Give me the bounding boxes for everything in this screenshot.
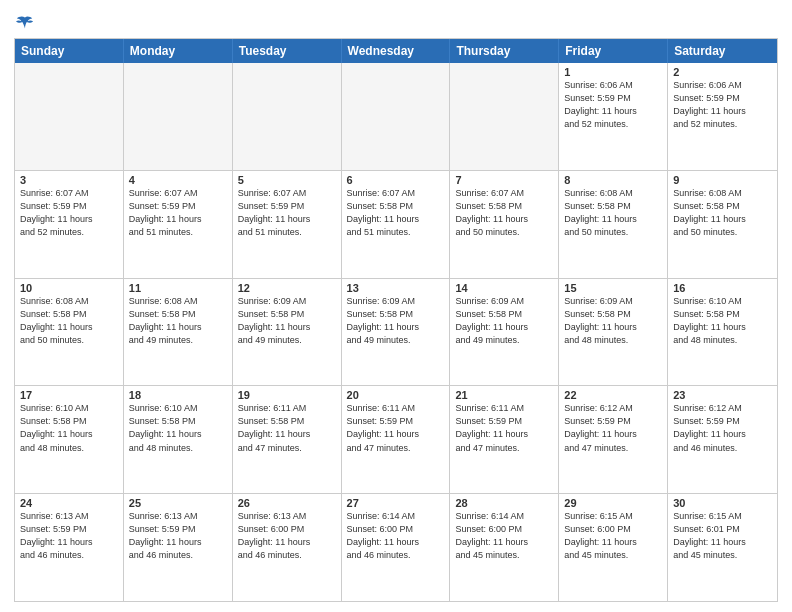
day-info-line: Sunset: 6:00 PM [455, 523, 553, 536]
day-info-line: Sunset: 5:58 PM [347, 308, 445, 321]
day-info-line: Sunset: 5:58 PM [455, 200, 553, 213]
day-number: 25 [129, 497, 227, 509]
day-info-line: Daylight: 11 hours [564, 428, 662, 441]
day-number: 13 [347, 282, 445, 294]
day-info-line: Sunset: 5:59 PM [564, 92, 662, 105]
day-info-line: and 45 minutes. [673, 549, 772, 562]
calendar-cell [15, 63, 124, 170]
day-info-line: and 47 minutes. [347, 442, 445, 455]
calendar-cell: 29Sunrise: 6:15 AMSunset: 6:00 PMDayligh… [559, 494, 668, 601]
day-info-line: Daylight: 11 hours [673, 428, 772, 441]
day-info-line: Sunset: 5:59 PM [129, 523, 227, 536]
day-number: 2 [673, 66, 772, 78]
header [14, 10, 778, 32]
day-info-line: Sunrise: 6:12 AM [673, 402, 772, 415]
day-info-line: Sunset: 5:59 PM [455, 415, 553, 428]
logo [14, 10, 34, 32]
day-info-line: Sunrise: 6:11 AM [455, 402, 553, 415]
day-info-line: Sunset: 5:58 PM [564, 200, 662, 213]
header-day-monday: Monday [124, 39, 233, 63]
day-info-line: Daylight: 11 hours [347, 536, 445, 549]
day-info-line: and 48 minutes. [673, 334, 772, 347]
day-info-line: Daylight: 11 hours [20, 213, 118, 226]
day-info-line: Sunset: 6:00 PM [347, 523, 445, 536]
calendar: SundayMondayTuesdayWednesdayThursdayFrid… [14, 38, 778, 602]
day-info-line: and 49 minutes. [347, 334, 445, 347]
day-info-line: Sunrise: 6:10 AM [673, 295, 772, 308]
calendar-cell [233, 63, 342, 170]
day-info-line: Daylight: 11 hours [20, 428, 118, 441]
calendar-cell: 20Sunrise: 6:11 AMSunset: 5:59 PMDayligh… [342, 386, 451, 493]
calendar-row-4: 17Sunrise: 6:10 AMSunset: 5:58 PMDayligh… [15, 385, 777, 493]
day-number: 16 [673, 282, 772, 294]
logo-bird-icon [16, 14, 34, 32]
day-info-line: and 50 minutes. [564, 226, 662, 239]
day-info-line: Sunrise: 6:07 AM [238, 187, 336, 200]
day-info-line: and 47 minutes. [564, 442, 662, 455]
day-info-line: and 50 minutes. [455, 226, 553, 239]
calendar-cell: 15Sunrise: 6:09 AMSunset: 5:58 PMDayligh… [559, 279, 668, 386]
day-info-line: Sunset: 5:58 PM [238, 415, 336, 428]
calendar-cell: 17Sunrise: 6:10 AMSunset: 5:58 PMDayligh… [15, 386, 124, 493]
day-info-line: Daylight: 11 hours [129, 321, 227, 334]
day-info-line: Sunset: 5:58 PM [673, 200, 772, 213]
day-info-line: Sunset: 5:58 PM [347, 200, 445, 213]
day-number: 30 [673, 497, 772, 509]
day-info-line: Daylight: 11 hours [455, 536, 553, 549]
calendar-cell: 23Sunrise: 6:12 AMSunset: 5:59 PMDayligh… [668, 386, 777, 493]
day-number: 24 [20, 497, 118, 509]
day-info-line: and 48 minutes. [20, 442, 118, 455]
header-day-friday: Friday [559, 39, 668, 63]
day-info-line: Sunrise: 6:15 AM [564, 510, 662, 523]
day-info-line: Sunset: 5:58 PM [564, 308, 662, 321]
day-info-line: Daylight: 11 hours [347, 321, 445, 334]
day-info-line: and 48 minutes. [129, 442, 227, 455]
day-info-line: and 51 minutes. [347, 226, 445, 239]
day-info-line: Daylight: 11 hours [564, 536, 662, 549]
day-info-line: Daylight: 11 hours [564, 321, 662, 334]
calendar-cell: 3Sunrise: 6:07 AMSunset: 5:59 PMDaylight… [15, 171, 124, 278]
day-info-line: Daylight: 11 hours [129, 213, 227, 226]
day-info-line: Daylight: 11 hours [673, 213, 772, 226]
day-number: 21 [455, 389, 553, 401]
calendar-cell: 22Sunrise: 6:12 AMSunset: 5:59 PMDayligh… [559, 386, 668, 493]
day-number: 9 [673, 174, 772, 186]
day-info-line: Sunrise: 6:06 AM [564, 79, 662, 92]
day-info-line: and 52 minutes. [564, 118, 662, 131]
day-number: 10 [20, 282, 118, 294]
day-number: 23 [673, 389, 772, 401]
day-info-line: Sunset: 5:58 PM [129, 415, 227, 428]
calendar-cell: 27Sunrise: 6:14 AMSunset: 6:00 PMDayligh… [342, 494, 451, 601]
day-info-line: and 46 minutes. [673, 442, 772, 455]
day-number: 7 [455, 174, 553, 186]
day-info-line: Sunrise: 6:08 AM [129, 295, 227, 308]
calendar-cell [450, 63, 559, 170]
day-info-line: and 48 minutes. [564, 334, 662, 347]
day-info-line: Sunrise: 6:11 AM [347, 402, 445, 415]
day-info-line: Sunset: 5:59 PM [347, 415, 445, 428]
calendar-cell: 1Sunrise: 6:06 AMSunset: 5:59 PMDaylight… [559, 63, 668, 170]
day-info-line: Sunset: 5:59 PM [673, 92, 772, 105]
day-number: 8 [564, 174, 662, 186]
calendar-cell: 16Sunrise: 6:10 AMSunset: 5:58 PMDayligh… [668, 279, 777, 386]
day-number: 17 [20, 389, 118, 401]
day-info-line: Sunrise: 6:09 AM [564, 295, 662, 308]
day-info-line: and 50 minutes. [673, 226, 772, 239]
day-info-line: Sunset: 5:59 PM [238, 200, 336, 213]
day-info-line: Sunrise: 6:14 AM [455, 510, 553, 523]
header-day-thursday: Thursday [450, 39, 559, 63]
day-info-line: Sunrise: 6:07 AM [129, 187, 227, 200]
day-info-line: Daylight: 11 hours [20, 321, 118, 334]
calendar-body: 1Sunrise: 6:06 AMSunset: 5:59 PMDaylight… [15, 63, 777, 601]
day-info-line: Sunset: 5:58 PM [238, 308, 336, 321]
day-info-line: Daylight: 11 hours [238, 213, 336, 226]
day-number: 29 [564, 497, 662, 509]
day-info-line: and 45 minutes. [564, 549, 662, 562]
calendar-cell: 11Sunrise: 6:08 AMSunset: 5:58 PMDayligh… [124, 279, 233, 386]
day-info-line: and 45 minutes. [455, 549, 553, 562]
day-info-line: and 46 minutes. [238, 549, 336, 562]
day-info-line: Daylight: 11 hours [673, 536, 772, 549]
calendar-cell: 24Sunrise: 6:13 AMSunset: 5:59 PMDayligh… [15, 494, 124, 601]
day-info-line: Sunrise: 6:15 AM [673, 510, 772, 523]
day-info-line: Sunset: 5:59 PM [129, 200, 227, 213]
